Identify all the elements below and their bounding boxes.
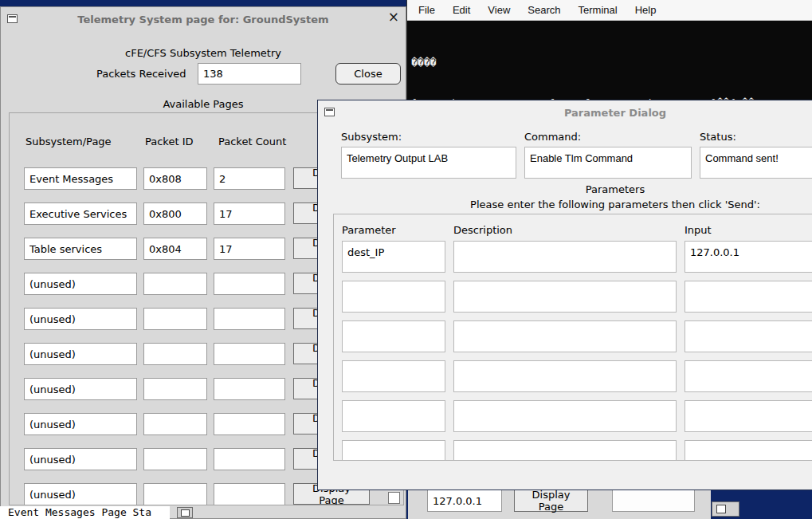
packet-count-field[interactable] [214, 483, 285, 505]
parameter-row [334, 360, 812, 392]
parameters-title: Parameters [318, 183, 812, 195]
parameter-dialog-window: Parameter Dialog Subsystem: Command: Sta… [317, 100, 812, 490]
parameters-table: Parameter Description Input [333, 214, 812, 461]
column-header-description: Description [453, 224, 512, 236]
parameter-name-field[interactable] [342, 440, 445, 461]
parameter-description-field[interactable] [453, 440, 677, 461]
subsystem-page-field[interactable] [24, 448, 137, 470]
telemetry-titlebar[interactable]: Telemetry System page for: GroundSystem … [1, 7, 406, 31]
packet-id-field[interactable] [143, 483, 207, 505]
parameter-name-field[interactable] [342, 241, 445, 273]
status-field[interactable] [700, 147, 812, 179]
event-messages-window-fragment[interactable]: Event Messages Page Sta [0, 506, 170, 519]
subsystem-page-field[interactable] [24, 308, 137, 330]
window-icon [324, 108, 335, 116]
subsystem-page-field[interactable] [24, 273, 137, 295]
parameter-row [334, 320, 812, 352]
parameter-input-field[interactable] [685, 320, 812, 352]
packet-id-field[interactable] [143, 308, 207, 330]
packets-received-field[interactable] [198, 63, 301, 85]
subsystem-page-field[interactable] [24, 413, 137, 435]
column-header-packet-count: Packet Count [218, 136, 286, 147]
packet-count-field[interactable] [214, 448, 285, 470]
display-page-button[interactable]: Display Page [514, 490, 588, 512]
menu-view[interactable]: View [488, 4, 510, 16]
terminal-line: ���� [411, 56, 808, 69]
subsystem-field[interactable] [341, 147, 516, 179]
parameter-dialog-titlebar[interactable]: Parameter Dialog [318, 100, 812, 124]
packet-count-field[interactable] [214, 202, 285, 225]
subsystem-page-field[interactable] [24, 343, 137, 365]
packet-count-field[interactable] [214, 413, 285, 435]
bottom-blank-field[interactable] [612, 490, 695, 512]
parameter-input-field[interactable] [685, 360, 812, 392]
parameter-input-field[interactable] [685, 440, 812, 461]
packet-count-field[interactable] [214, 378, 285, 400]
packet-count-field[interactable] [214, 273, 285, 295]
column-header-input: Input [685, 224, 712, 236]
command-label: Command: [524, 131, 581, 143]
subsystem-label: Subsystem: [341, 131, 402, 143]
ip-address-field[interactable] [427, 490, 502, 512]
column-header-subsystem: Subsystem/Page [25, 136, 112, 147]
terminal-menubar: File Edit View Search Terminal Help [407, 0, 812, 21]
close-button[interactable]: Close [335, 63, 401, 85]
parameter-description-field[interactable] [453, 281, 677, 313]
window-icon [177, 507, 193, 518]
parameter-dialog-title: Parameter Dialog [564, 107, 666, 119]
menu-terminal[interactable]: Terminal [579, 4, 618, 16]
parameter-name-field[interactable] [342, 281, 445, 313]
parameter-row [334, 241, 812, 273]
parameter-name-field[interactable] [342, 400, 445, 432]
packet-id-field[interactable] [143, 343, 207, 365]
parameter-description-field[interactable] [453, 241, 677, 273]
parameter-input-field[interactable] [685, 241, 812, 273]
packet-id-field[interactable] [143, 167, 207, 190]
telemetry-window-title: Telemetry System page for: GroundSystem [77, 14, 328, 26]
parameter-name-field[interactable] [342, 320, 445, 352]
packet-count-field[interactable] [214, 343, 285, 365]
menu-search[interactable]: Search [528, 4, 560, 16]
packet-id-field[interactable] [143, 413, 207, 435]
menu-file[interactable]: File [418, 4, 435, 16]
subsystem-page-field[interactable] [24, 483, 137, 505]
packet-count-field[interactable] [214, 308, 285, 330]
packet-id-field[interactable] [143, 378, 207, 400]
desktop: { "colors": { "desktop_bg": "#0d2566", "… [0, 0, 812, 519]
subsystem-telemetry-subtitle: cFE/CFS Subsystem Telemetry [1, 47, 406, 59]
parameter-description-field[interactable] [453, 400, 677, 432]
checkbox[interactable] [388, 492, 400, 504]
window-fragment [712, 501, 739, 517]
menu-help[interactable]: Help [635, 4, 657, 16]
packet-id-field[interactable] [143, 238, 207, 260]
packet-id-field[interactable] [143, 202, 207, 225]
packets-received-label: Packets Received [96, 68, 186, 80]
parameter-row [334, 440, 812, 461]
subsystem-page-field[interactable] [24, 202, 137, 225]
parameter-row [334, 400, 812, 432]
parameter-input-field[interactable] [685, 400, 812, 432]
subsystem-page-field[interactable] [24, 167, 137, 190]
subsystem-page-field[interactable] [24, 378, 137, 400]
parameter-row [334, 281, 812, 313]
command-field[interactable] [524, 147, 692, 179]
parameter-input-field[interactable] [685, 281, 812, 313]
parameter-description-field[interactable] [453, 320, 677, 352]
parameter-name-field[interactable] [342, 360, 445, 392]
packet-id-field[interactable] [143, 448, 207, 470]
parameter-description-field[interactable] [453, 360, 677, 392]
column-header-packet-id: Packet ID [145, 136, 194, 147]
close-icon[interactable]: × [388, 9, 399, 25]
packet-count-field[interactable] [214, 167, 285, 190]
parameters-instruction: Please enter the following parameters th… [318, 199, 812, 210]
status-label: Status: [700, 131, 736, 143]
packet-id-field[interactable] [143, 273, 207, 295]
window-icon [7, 14, 18, 23]
subsystem-page-field[interactable] [24, 238, 137, 260]
packet-count-field[interactable] [214, 238, 285, 260]
ground-system-window-fragment: Display Page [408, 488, 711, 519]
menu-edit[interactable]: Edit [453, 4, 470, 16]
column-header-parameter: Parameter [342, 224, 396, 236]
